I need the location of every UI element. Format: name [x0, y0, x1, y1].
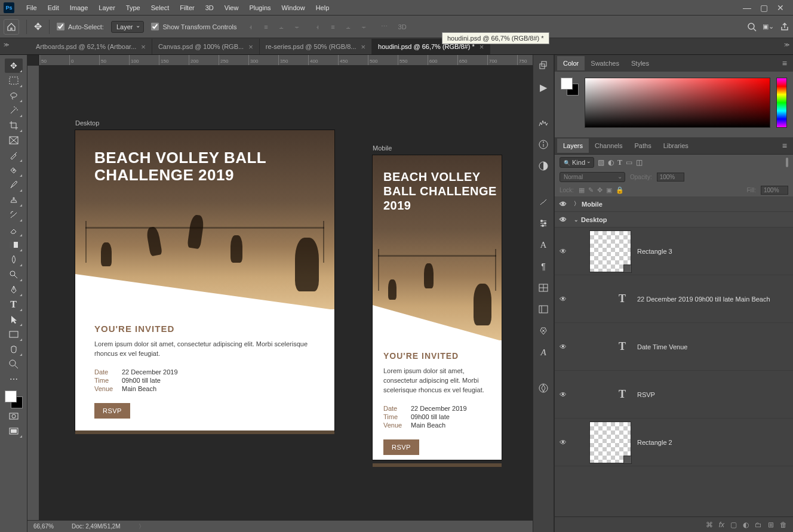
- filter-smart-icon[interactable]: ◫: [636, 158, 643, 167]
- opacity-field[interactable]: 100%: [657, 173, 684, 182]
- layer-thumbnail[interactable]: [589, 422, 631, 463]
- ruler-vertical[interactable]: [27, 66, 39, 520]
- menu-plugins[interactable]: Plugins: [244, 2, 275, 14]
- panel-menu-icon[interactable]: ≡: [779, 141, 791, 150]
- type-tool[interactable]: T: [5, 297, 23, 312]
- eyedropper-tool[interactable]: [5, 148, 23, 162]
- visibility-toggle[interactable]: 👁: [558, 295, 568, 303]
- dist-bottom-button[interactable]: ⫠: [342, 20, 355, 33]
- search-icon[interactable]: [747, 22, 757, 32]
- frame-tool[interactable]: [5, 133, 23, 147]
- paragraph-panel-icon[interactable]: ¶: [536, 259, 551, 273]
- glyphs-panel-icon[interactable]: [536, 281, 551, 295]
- healing-brush-tool[interactable]: [5, 163, 23, 177]
- dodge-tool[interactable]: [5, 267, 23, 282]
- visibility-toggle[interactable]: 👁: [558, 390, 568, 399]
- character-styles-icon[interactable]: A: [536, 345, 551, 359]
- minimize-button[interactable]: —: [743, 4, 751, 12]
- layer-rectangle-2[interactable]: 👁 Rectangle 2: [555, 419, 793, 466]
- tab-swatches[interactable]: Swatches: [585, 56, 625, 70]
- show-transform-checkbox[interactable]: Show Transform Controls: [151, 23, 236, 30]
- home-button[interactable]: [4, 19, 19, 35]
- collapse-panels-handle[interactable]: ≫: [784, 42, 789, 48]
- menu-select[interactable]: Select: [146, 2, 174, 14]
- dist-vcenter-button[interactable]: ≡: [327, 20, 340, 33]
- expand-toggle[interactable]: ⌄: [574, 217, 579, 223]
- more-options-button[interactable]: ⋯: [378, 20, 391, 33]
- tab-color[interactable]: Color: [557, 56, 585, 70]
- menu-type[interactable]: Type: [121, 2, 145, 14]
- menu-help[interactable]: Help: [311, 2, 334, 14]
- doc-size[interactable]: Doc: 2,49M/51,2M: [72, 523, 121, 530]
- menu-window[interactable]: Window: [277, 2, 310, 14]
- quick-mask-tool[interactable]: [5, 409, 23, 423]
- pen-tool[interactable]: [5, 282, 23, 297]
- new-layer-icon[interactable]: ⊞: [768, 521, 774, 529]
- workspace-icon[interactable]: ▣⌄: [763, 23, 774, 30]
- collapse-tools-handle[interactable]: ≫: [4, 42, 9, 48]
- character-panel-icon[interactable]: A: [536, 238, 551, 252]
- artboard-mobile[interactable]: BEACH VOLLEY BALL CHALLENGE 2019 YOU'RE …: [373, 155, 502, 460]
- zoom-tool[interactable]: [5, 357, 23, 371]
- rectangle-tool[interactable]: [5, 327, 23, 342]
- new-group-icon[interactable]: 🗀: [755, 521, 762, 529]
- menu-view[interactable]: View: [220, 2, 244, 14]
- foreground-background-color[interactable]: [5, 390, 23, 408]
- edit-toolbar-button[interactable]: ⋯: [5, 372, 23, 386]
- filter-pixel-icon[interactable]: ▧: [598, 158, 604, 167]
- layer-text-labels[interactable]: 👁 T Date Time Venue: [555, 323, 793, 371]
- close-icon[interactable]: ×: [361, 43, 366, 51]
- visibility-toggle[interactable]: 👁: [558, 343, 568, 351]
- delete-layer-icon[interactable]: 🗑: [780, 521, 787, 529]
- filter-shape-icon[interactable]: ▭: [626, 158, 632, 167]
- marquee-tool[interactable]: [5, 73, 23, 88]
- ruler-horizontal[interactable]: 5005010015020025030035040045050055060065…: [39, 55, 533, 66]
- align-right-button[interactable]: ⫠: [275, 20, 288, 33]
- path-selection-tool[interactable]: [5, 312, 23, 327]
- brush-tool[interactable]: [5, 178, 23, 192]
- layer-style-icon[interactable]: fx: [719, 521, 724, 529]
- tab-libraries[interactable]: Libraries: [657, 139, 694, 153]
- layer-mask-icon[interactable]: ▢: [730, 521, 737, 529]
- show-transform-input[interactable]: [151, 23, 159, 30]
- menu-filter[interactable]: Filter: [175, 2, 199, 14]
- maximize-button[interactable]: ▢: [760, 4, 768, 12]
- panel-menu-icon[interactable]: ≡: [779, 59, 791, 68]
- menu-image[interactable]: Image: [65, 2, 93, 14]
- fill-field[interactable]: 100%: [761, 186, 788, 195]
- filter-toggle[interactable]: [786, 158, 788, 167]
- visibility-toggle[interactable]: 👁: [558, 216, 568, 224]
- hue-strip[interactable]: [776, 78, 787, 128]
- lock-position-icon[interactable]: ✥: [597, 186, 603, 194]
- lock-artboard-icon[interactable]: ▣: [606, 186, 612, 194]
- gradient-tool[interactable]: [5, 238, 23, 252]
- layer-group-mobile[interactable]: 👁 〉 Mobile: [555, 196, 793, 212]
- visibility-toggle[interactable]: 👁: [558, 247, 568, 256]
- histogram-panel-icon[interactable]: [536, 116, 551, 130]
- canvas-viewport[interactable]: Desktop BEACH VOLLEY BALL CHALLENGE 2019…: [39, 66, 533, 520]
- filter-adjust-icon[interactable]: ◐: [608, 158, 614, 167]
- adjustment-layer-icon[interactable]: ◐: [743, 521, 749, 529]
- close-button[interactable]: ✕: [776, 4, 785, 12]
- align-left-button[interactable]: ⫞: [244, 20, 257, 33]
- properties-panel-icon[interactable]: [536, 216, 551, 230]
- tab-layers[interactable]: Layers: [557, 139, 589, 153]
- layer-text-rsvp[interactable]: 👁 T RSVP: [555, 371, 793, 419]
- lock-all-icon[interactable]: 🔒: [616, 186, 624, 194]
- auto-select-dropdown[interactable]: Layer: [111, 21, 145, 33]
- visibility-toggle[interactable]: 👁: [558, 200, 568, 208]
- tab-paths[interactable]: Paths: [629, 139, 657, 153]
- doc-tab-2[interactable]: re-series.psd @ 50% (RGB/8...×: [260, 39, 372, 54]
- lock-transparency-icon[interactable]: ▦: [579, 186, 585, 194]
- tab-channels[interactable]: Channels: [589, 139, 628, 153]
- adjustments-panel-icon[interactable]: [536, 159, 551, 173]
- blur-tool[interactable]: [5, 253, 23, 267]
- foreground-color[interactable]: [5, 390, 17, 402]
- styles-panel-icon[interactable]: [536, 302, 551, 316]
- expand-toggle[interactable]: 〉: [574, 200, 579, 208]
- layer-text-details[interactable]: 👁 T 22 December 2019 09h00 till late Mai…: [555, 275, 793, 323]
- close-icon[interactable]: ×: [248, 43, 253, 51]
- artboard-desktop[interactable]: BEACH VOLLEY BALL CHALLENGE 2019 YOU'RE …: [75, 130, 334, 431]
- lasso-tool[interactable]: [5, 88, 23, 103]
- artboard-label-desktop[interactable]: Desktop: [75, 119, 99, 127]
